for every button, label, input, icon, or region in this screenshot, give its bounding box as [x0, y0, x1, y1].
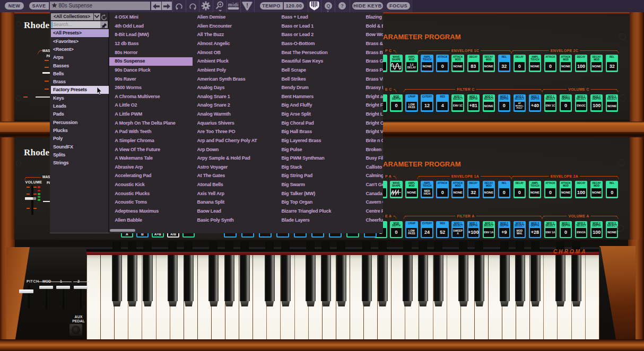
svg-text:midi: midi — [228, 2, 239, 7]
svg-text:!: ! — [246, 2, 248, 8]
